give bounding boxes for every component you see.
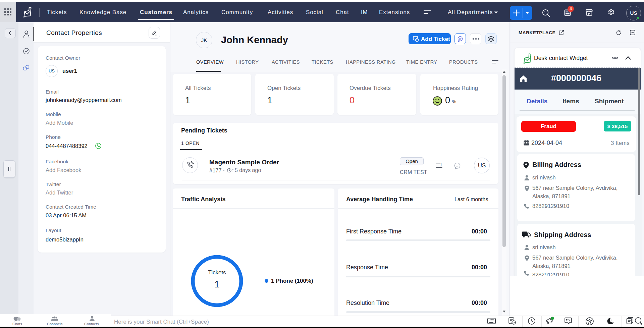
svg-text:1: 1 xyxy=(440,163,442,167)
